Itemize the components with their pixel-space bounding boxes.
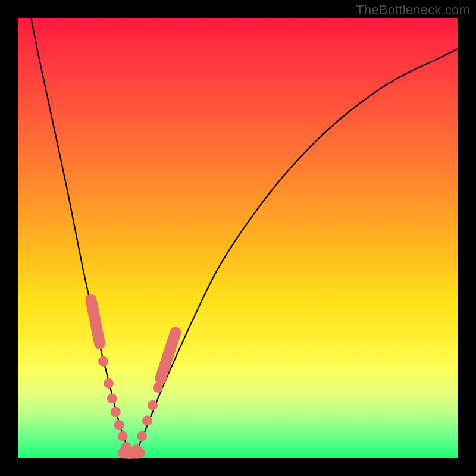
data-marker [118,431,128,441]
data-marker [107,394,117,404]
chart-frame: TheBottleneck.com [0,0,476,476]
watermark-text: TheBottleneck.com [356,2,470,18]
data-marker [111,407,121,417]
data-marker [114,420,124,430]
data-marker [148,400,158,411]
data-marker [104,378,114,389]
data-marker [142,416,152,426]
pill-markers [91,300,176,453]
pill-marker [161,333,176,379]
data-marker [137,431,147,441]
plot-area [18,18,458,458]
data-marker [98,356,108,367]
right-curve [132,49,458,458]
left-curve [31,18,132,458]
curves-svg [18,18,458,458]
pill-marker [91,300,100,344]
